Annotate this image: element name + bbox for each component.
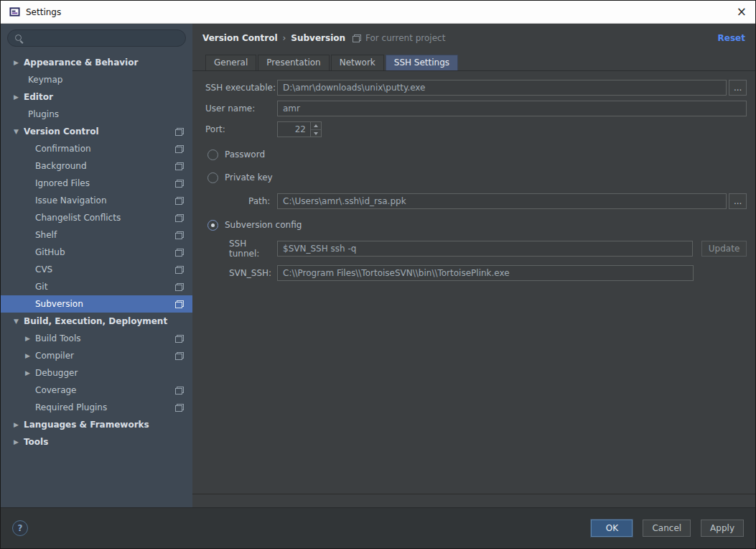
project-scope-icon <box>175 249 184 257</box>
sidebar-item-changelist-conflicts[interactable]: Changelist Conflicts <box>1 209 192 226</box>
help-button[interactable]: ? <box>12 520 28 536</box>
chevron-down-icon <box>12 318 24 325</box>
settings-dialog-icon <box>9 6 20 17</box>
tab-general[interactable]: General <box>205 55 256 70</box>
password-option-row: Password <box>207 147 747 162</box>
sidebar-item-background[interactable]: Background <box>1 157 192 175</box>
sidebar-item-required-plugins[interactable]: Required Plugins <box>1 399 192 416</box>
sidebar-item-plugins[interactable]: Plugins <box>1 106 192 123</box>
subversion-config-radio[interactable] <box>207 220 218 231</box>
sidebar-item-label: Confirmation <box>35 144 91 154</box>
ssh-executable-input[interactable] <box>277 80 727 96</box>
tab-presentation[interactable]: Presentation <box>258 55 329 70</box>
sidebar-item-build-tools[interactable]: Build Tools <box>1 330 192 347</box>
project-scope-icon <box>175 128 184 136</box>
private-key-path-input[interactable] <box>277 193 727 209</box>
sidebar-item-label: GitHub <box>35 247 65 257</box>
ssh-tunnel-label: SSH tunnel: <box>229 239 277 259</box>
subversion-config-radio-label: Subversion config <box>225 220 302 230</box>
sidebar-item-label: Subversion <box>35 299 83 309</box>
sidebar-item-label: Build Tools <box>35 333 81 343</box>
project-scope-icon <box>175 387 184 395</box>
chevron-right-icon <box>24 352 35 359</box>
sidebar-item-label: Git <box>35 282 47 292</box>
sidebar-item-coverage[interactable]: Coverage <box>1 382 192 399</box>
private-key-radio[interactable] <box>207 172 218 183</box>
svn-ssh-input[interactable] <box>277 265 694 281</box>
update-button[interactable]: Update <box>701 241 747 257</box>
reset-link[interactable]: Reset <box>718 33 745 43</box>
content-bottom-strip <box>192 494 755 507</box>
sidebar-item-build-execution-deployment[interactable]: Build, Execution, Deployment <box>1 313 192 330</box>
port-stepper <box>277 121 322 137</box>
tab-network[interactable]: Network <box>331 55 384 70</box>
password-radio-label: Password <box>225 149 265 160</box>
project-scope-icon <box>175 335 184 343</box>
spinner-down-icon[interactable] <box>311 129 321 137</box>
project-scope-icon <box>175 180 184 188</box>
search-icon <box>14 34 24 43</box>
svn-ssh-label: SVN_SSH: <box>229 268 277 278</box>
breadcrumb-version-control[interactable]: Version Control <box>202 33 278 43</box>
user-name-input[interactable] <box>277 101 747 116</box>
project-scope-icon <box>175 214 184 222</box>
spinner-up-icon[interactable] <box>311 122 321 129</box>
project-scope-icon <box>353 34 361 42</box>
ok-button[interactable]: OK <box>591 520 633 537</box>
sidebar-item-compiler[interactable]: Compiler <box>1 347 192 364</box>
close-icon[interactable]: × <box>737 6 747 18</box>
apply-button[interactable]: Apply <box>701 520 744 537</box>
sidebar-item-label: Appearance & Behavior <box>24 57 138 68</box>
project-scope-icon <box>175 231 184 239</box>
sidebar-item-ignored-files[interactable]: Ignored Files <box>1 175 192 192</box>
private-key-option-row: Private key <box>207 170 747 185</box>
cancel-button[interactable]: Cancel <box>643 520 691 537</box>
ssh-executable-label: SSH executable: <box>205 83 277 93</box>
sidebar-item-label: Build, Execution, Deployment <box>24 316 167 326</box>
sidebar-item-cvs[interactable]: CVS <box>1 261 192 278</box>
sidebar-item-debugger[interactable]: Debugger <box>1 364 192 382</box>
sidebar-item-label: Issue Navigation <box>35 195 107 206</box>
path-label: Path: <box>248 196 277 206</box>
sidebar-item-editor[interactable]: Editor <box>1 88 192 106</box>
sidebar-item-label: Plugins <box>28 109 59 119</box>
sidebar-item-github[interactable]: GitHub <box>1 244 192 261</box>
sidebar-item-keymap[interactable]: Keymap <box>1 71 192 88</box>
sidebar-item-languages-frameworks[interactable]: Languages & Frameworks <box>1 416 192 433</box>
sidebar-item-label: CVS <box>35 264 52 274</box>
password-radio[interactable] <box>207 149 218 160</box>
sidebar-item-confirmation[interactable]: Confirmation <box>1 140 192 157</box>
sidebar-item-subversion[interactable]: Subversion <box>1 295 192 313</box>
project-scope-icon <box>175 404 184 412</box>
chevron-right-icon <box>12 438 24 446</box>
sidebar-item-appearance-behavior[interactable]: Appearance & Behavior <box>1 54 192 71</box>
sidebar-item-label: Shelf <box>35 230 57 240</box>
sidebar-item-git[interactable]: Git <box>1 278 192 295</box>
settings-tabs: General Presentation Network SSH Setting… <box>192 52 755 71</box>
project-scope-icon <box>175 283 184 291</box>
sidebar-item-shelf[interactable]: Shelf <box>1 226 192 244</box>
chevron-right-icon <box>12 421 24 428</box>
subversion-config-option-row: Subversion config <box>207 218 747 232</box>
project-scope-icon <box>175 300 184 308</box>
tab-ssh-settings[interactable]: SSH Settings <box>386 55 458 70</box>
breadcrumb: Version Control › Subversion For current… <box>192 24 755 52</box>
chevron-right-icon <box>24 335 35 342</box>
sidebar-item-issue-navigation[interactable]: Issue Navigation <box>1 192 192 209</box>
ssh-tunnel-row: SSH tunnel: Update <box>205 241 747 257</box>
project-scope-icon <box>175 266 184 274</box>
project-scope-icon <box>175 197 184 205</box>
path-browse-button[interactable]: ... <box>729 193 747 209</box>
project-scope-icon <box>175 145 184 153</box>
svn-ssh-row: SVN_SSH: <box>205 265 747 281</box>
sidebar-item-version-control[interactable]: Version Control <box>1 123 192 140</box>
ssh-tunnel-input[interactable] <box>277 241 693 257</box>
sidebar-item-label: Ignored Files <box>35 178 90 188</box>
ssh-executable-browse-button[interactable]: ... <box>729 80 747 96</box>
chevron-down-icon <box>12 128 24 135</box>
sidebar-item-label: Keymap <box>28 75 62 85</box>
sidebar-item-label: Editor <box>24 92 53 102</box>
dialog-body: Appearance & Behavior Keymap Editor Plug… <box>1 24 755 507</box>
search-input[interactable] <box>7 29 186 47</box>
sidebar-item-tools[interactable]: Tools <box>1 433 192 451</box>
